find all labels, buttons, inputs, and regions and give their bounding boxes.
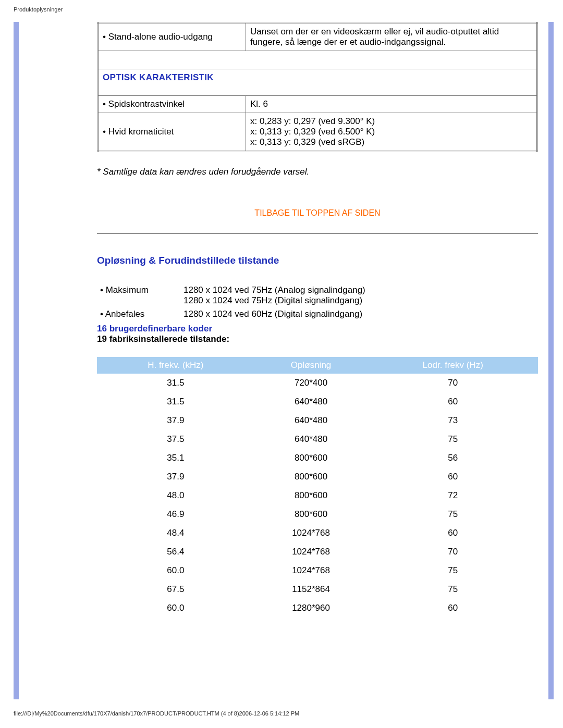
table-row: 37.9640*48073 bbox=[97, 411, 538, 430]
reslist-value: 1280 x 1024 ved 75Hz (Analog signalindga… bbox=[183, 285, 365, 295]
table-row: 48.41024*76860 bbox=[97, 524, 538, 542]
table-cell: 60 bbox=[368, 392, 538, 411]
table-row: 56.41024*76870 bbox=[97, 542, 538, 561]
table-cell: 640*480 bbox=[254, 430, 368, 449]
table-cell: 60.0 bbox=[97, 561, 254, 580]
table-cell: 720*400 bbox=[254, 374, 368, 392]
modes-th: H. frekv. (kHz) bbox=[97, 357, 254, 374]
modes-table: H. frekv. (kHz) Opløsning Lodr. frekv (H… bbox=[97, 357, 538, 618]
spec-row-label: Hvid kromaticitet bbox=[103, 127, 174, 137]
modes-th: Lodr. frekv (Hz) bbox=[368, 357, 538, 374]
table-cell: 75 bbox=[368, 580, 538, 599]
table-row: 67.51152*86475 bbox=[97, 580, 538, 599]
table-cell: 1024*768 bbox=[254, 524, 368, 542]
table-cell: 1024*768 bbox=[254, 542, 368, 561]
table-cell: 37.9 bbox=[97, 467, 254, 486]
table-row: 48.0800*60072 bbox=[97, 486, 538, 505]
table-cell: 31.5 bbox=[97, 392, 254, 411]
modes-th: Opløsning bbox=[254, 357, 368, 374]
table-cell: 56.4 bbox=[97, 542, 254, 561]
table-cell: 70 bbox=[368, 542, 538, 561]
table-cell: 800*600 bbox=[254, 505, 368, 524]
spec-row-label: Spidskontrastvinkel bbox=[103, 99, 185, 109]
divider bbox=[97, 233, 538, 234]
table-row: 35.1800*60056 bbox=[97, 449, 538, 467]
table-cell: 1024*768 bbox=[254, 561, 368, 580]
table-cell: 70 bbox=[368, 374, 538, 392]
table-row: 31.5720*40070 bbox=[97, 374, 538, 392]
footnote: * Samtlige data kan ændres uden forudgåe… bbox=[97, 167, 538, 177]
table-cell: 800*600 bbox=[254, 467, 368, 486]
spec-section-title: OPTISK KARAKTERISTIK bbox=[103, 72, 214, 82]
table-row: 46.9800*60075 bbox=[97, 505, 538, 524]
table-cell: 46.9 bbox=[97, 505, 254, 524]
table-cell: 37.9 bbox=[97, 411, 254, 430]
table-cell: 48.0 bbox=[97, 486, 254, 505]
table-cell: 72 bbox=[368, 486, 538, 505]
table-cell: 31.5 bbox=[97, 374, 254, 392]
table-cell: 35.1 bbox=[97, 449, 254, 467]
table-cell: 60 bbox=[368, 524, 538, 542]
spec-table: Stand-alone audio-udgang Uanset om der e… bbox=[97, 22, 538, 152]
table-cell: 67.5 bbox=[97, 580, 254, 599]
back-to-top-link[interactable]: TILBAGE TIL TOPPEN AF SIDEN bbox=[97, 208, 538, 218]
table-cell: 60 bbox=[368, 599, 538, 618]
spec-row-value: x: 0,283 y: 0,297 (ved 9.300° K) x: 0,31… bbox=[246, 113, 537, 152]
table-cell: 60 bbox=[368, 467, 538, 486]
table-cell: 1152*864 bbox=[254, 580, 368, 599]
reslist-label: Anbefales bbox=[100, 309, 144, 319]
table-cell: 800*600 bbox=[254, 486, 368, 505]
table-cell: 73 bbox=[368, 411, 538, 430]
spec-row-label: Stand-alone audio-udgang bbox=[103, 32, 213, 42]
section-heading: Opløsning & Forudindstillede tilstande bbox=[97, 255, 538, 266]
table-row: 60.01280*96060 bbox=[97, 599, 538, 618]
table-cell: 1280*960 bbox=[254, 599, 368, 618]
reslist-label: Maksimum bbox=[100, 285, 149, 295]
table-cell: 75 bbox=[368, 430, 538, 449]
table-cell: 640*480 bbox=[254, 411, 368, 430]
table-row: 31.5640*48060 bbox=[97, 392, 538, 411]
table-cell: 60.0 bbox=[97, 599, 254, 618]
reslist-value: 1280 x 1024 ved 60Hz (Digital signalindg… bbox=[183, 309, 362, 319]
table-cell: 75 bbox=[368, 505, 538, 524]
reslist-value: 1280 x 1024 ved 75Hz (Digital signalindg… bbox=[183, 295, 365, 306]
spec-row-value: Kl. 6 bbox=[246, 96, 537, 113]
user-modes-link[interactable]: 16 brugerdefinerbare koder bbox=[97, 324, 212, 334]
table-cell: 800*600 bbox=[254, 449, 368, 467]
table-row: 37.5640*48075 bbox=[97, 430, 538, 449]
left-accent-bar bbox=[14, 22, 19, 699]
spec-row-value: Uanset om der er en videoskærm eller ej,… bbox=[246, 23, 537, 51]
table-row: 37.9800*60060 bbox=[97, 467, 538, 486]
page-header: Produktoplysninger bbox=[14, 6, 63, 13]
table-cell: 640*480 bbox=[254, 392, 368, 411]
table-cell: 56 bbox=[368, 449, 538, 467]
table-cell: 37.5 bbox=[97, 430, 254, 449]
table-row: 60.01024*76875 bbox=[97, 561, 538, 580]
page-footer: file:///D|/My%20Documents/dfu/170X7/dani… bbox=[14, 710, 299, 717]
right-accent-bar bbox=[548, 22, 554, 699]
table-cell: 75 bbox=[368, 561, 538, 580]
factory-modes-label: 19 fabriksinstallerede tilstande: bbox=[97, 334, 229, 344]
table-cell: 48.4 bbox=[97, 524, 254, 542]
